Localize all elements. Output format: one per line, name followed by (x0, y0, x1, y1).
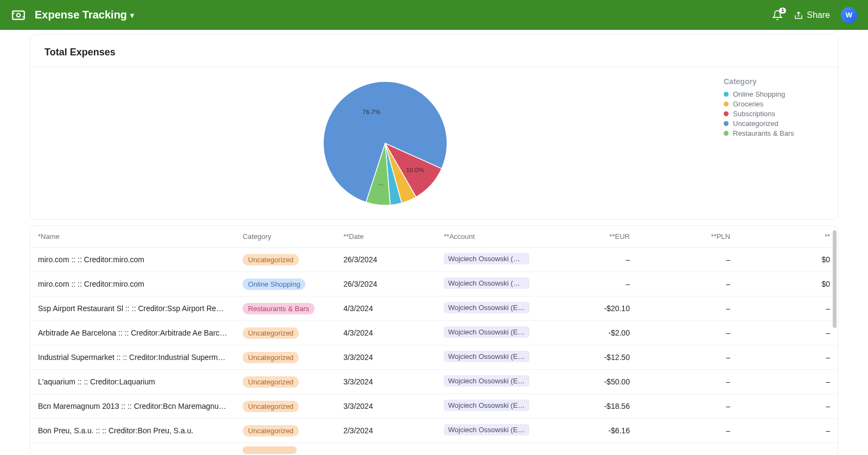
cell-last: $0 (738, 272, 838, 296)
cell-category: Uncategorized (235, 370, 336, 394)
account-tag[interactable]: Wojciech Ossowski (EUR) (444, 424, 529, 435)
category-tag[interactable]: Online Shopping (242, 279, 305, 290)
cell-last: – (738, 394, 838, 419)
legend-label: Groceries (733, 100, 763, 108)
column-header[interactable]: **Date (336, 226, 436, 248)
legend-dot (724, 92, 729, 97)
account-tag[interactable]: Wojciech Ossowski (EUR) (444, 302, 529, 313)
legend-item[interactable]: Groceries (724, 100, 821, 108)
table-row[interactable]: Bcn Maremagnum 2013 :: :: Creditor:Bcn M… (30, 394, 838, 419)
avatar[interactable]: W (841, 7, 857, 23)
column-header[interactable]: *Name (30, 226, 235, 248)
legend-item[interactable]: Uncategorized (724, 119, 821, 128)
cell-account: Wojciech Ossowski (EUR) (436, 419, 537, 443)
column-header[interactable]: Category (235, 226, 336, 248)
cell-pln: – (637, 272, 738, 296)
table-row[interactable]: Ssp Airport Restaurant Sl :: :: Creditor… (30, 296, 838, 321)
cell-category: Restaurants & Bars (235, 296, 336, 321)
cell-last: – (738, 296, 838, 321)
app-icon (11, 8, 26, 23)
cell-name: L'aquarium :: :: Creditor:Laquarium (30, 370, 235, 394)
table-row[interactable] (30, 443, 838, 456)
cell-last: – (738, 419, 838, 443)
table-row[interactable]: miro.com :: :: Creditor:miro.comUncatego… (30, 248, 838, 272)
legend-label: Restaurants & Bars (733, 129, 794, 137)
cell-category: Uncategorized (235, 248, 336, 272)
cell-eur: -$6.16 (537, 419, 637, 443)
table-row[interactable]: Bon Preu, S.a.u. :: :: Creditor:Bon Preu… (30, 419, 838, 443)
cell-pln: – (637, 248, 738, 272)
share-button[interactable]: Share (794, 10, 830, 20)
chevron-down-icon: ▾ (130, 11, 134, 20)
category-tag[interactable]: Uncategorized (242, 327, 299, 339)
column-header[interactable]: **EUR (537, 226, 637, 248)
cell-date: 3/3/2024 (336, 370, 436, 394)
cell-date: 26/3/2024 (336, 272, 436, 296)
cell-pln: – (637, 321, 738, 345)
cell-name: miro.com :: :: Creditor:miro.com (30, 272, 235, 296)
table-row[interactable]: L'aquarium :: :: Creditor:LaquariumUncat… (30, 370, 838, 394)
column-header[interactable]: ** (738, 226, 838, 248)
category-tag[interactable]: Restaurants & Bars (242, 303, 315, 314)
cell-account: Wojciech Ossowski (EUR) (436, 370, 537, 394)
cell-pln: – (637, 419, 738, 443)
workspace-title-dropdown[interactable]: Expense Tracking ▾ (35, 9, 134, 21)
cell-category: Uncategorized (235, 345, 336, 370)
share-label: Share (807, 10, 830, 20)
category-tag[interactable]: Uncategorized (242, 376, 299, 388)
cell-name: Arbitrade Ae Barcelona :: :: Creditor:Ar… (30, 321, 235, 345)
cell-name: miro.com :: :: Creditor:miro.com (30, 248, 235, 272)
pie-chart-area: 76.7%10.0%... (47, 77, 724, 210)
cell-account: Wojciech Ossowski (EUR) (436, 321, 537, 345)
cell-eur: -$12.50 (537, 345, 637, 370)
cell-category: Uncategorized (235, 321, 336, 345)
cell-date: 26/3/2024 (336, 248, 436, 272)
cell-pln: – (637, 394, 738, 419)
chart-legend: Category Online ShoppingGroceriesSubscri… (724, 77, 821, 210)
legend-label: Online Shopping (733, 90, 785, 98)
cell-pln: – (637, 296, 738, 321)
cell-name: Bon Preu, S.a.u. :: :: Creditor:Bon Preu… (30, 419, 235, 443)
scrollbar[interactable] (833, 230, 837, 328)
column-header[interactable]: **PLN (637, 226, 738, 248)
cell-name: Bcn Maremagnum 2013 :: :: Creditor:Bcn M… (30, 394, 235, 419)
cell-date: 4/3/2024 (336, 321, 436, 345)
table-row[interactable]: Arbitrade Ae Barcelona :: :: Creditor:Ar… (30, 321, 838, 345)
notifications-button[interactable]: 1 (772, 10, 783, 21)
cell-account: Wojciech Ossowski (EUR) (436, 394, 537, 419)
legend-item[interactable]: Online Shopping (724, 90, 821, 98)
account-tag[interactable]: Wojciech Ossowski (EUR) (444, 375, 529, 387)
cell-eur: -$50.00 (537, 370, 637, 394)
total-expenses-card: Total Expenses 76.7%10.0%... Category On… (30, 34, 838, 220)
account-tag[interactable]: Wojciech Ossowski (USD (444, 253, 529, 264)
cell-name: Ssp Airport Restaurant Sl :: :: Creditor… (30, 296, 235, 321)
legend-label: Subscriptions (733, 110, 775, 118)
cell-eur: – (537, 248, 637, 272)
table-header: *NameCategory**Date**Account**EUR**PLN** (30, 226, 838, 248)
category-tag[interactable] (242, 446, 297, 454)
account-tag[interactable]: Wojciech Ossowski (USD (444, 277, 529, 289)
category-tag[interactable]: Uncategorized (242, 425, 299, 437)
expenses-table: *NameCategory**Date**Account**EUR**PLN**… (30, 226, 838, 455)
cell-eur: -$18.56 (537, 394, 637, 419)
workspace-title: Expense Tracking (35, 9, 127, 21)
legend-item[interactable]: Subscriptions (724, 110, 821, 118)
category-tag[interactable]: Uncategorized (242, 254, 299, 266)
share-icon (794, 10, 803, 20)
cell-category: Online Shopping (235, 272, 336, 296)
cell-last: – (738, 321, 838, 345)
cell-name: Industrial Supermarket :: :: Creditor:In… (30, 345, 235, 370)
account-tag[interactable]: Wojciech Ossowski (EUR) (444, 326, 529, 338)
column-header[interactable]: **Account (436, 226, 537, 248)
account-tag[interactable]: Wojciech Ossowski (EUR) (444, 351, 529, 362)
category-tag[interactable]: Uncategorized (242, 352, 299, 363)
cell-last: – (738, 345, 838, 370)
cell-pln: – (637, 370, 738, 394)
table-row[interactable]: miro.com :: :: Creditor:miro.comOnline S… (30, 272, 838, 296)
legend-item[interactable]: Restaurants & Bars (724, 129, 821, 137)
category-tag[interactable]: Uncategorized (242, 401, 299, 412)
account-tag[interactable]: Wojciech Ossowski (EUR) (444, 400, 529, 411)
table-row[interactable]: Industrial Supermarket :: :: Creditor:In… (30, 345, 838, 370)
app-header: Expense Tracking ▾ 1 Share W (0, 0, 868, 30)
expenses-table-container: *NameCategory**Date**Account**EUR**PLN**… (30, 225, 838, 455)
